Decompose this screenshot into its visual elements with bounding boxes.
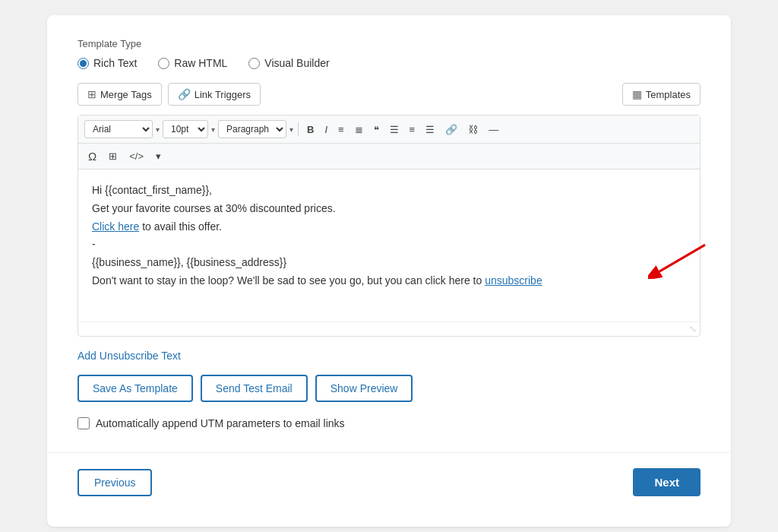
merge-tags-icon: ⊞ [87,88,96,100]
align-center-button[interactable]: ≡ [406,122,419,138]
bottom-navigation: Previous Next [77,468,701,496]
editor-wrapper: Arial ▾ 10pt ▾ Paragraph ▾ B I ≡ ≣ ❝ ☰ ≡… [77,115,701,337]
unsubscribe-line: Don't want to stay in the loop? We'll be… [92,272,686,290]
add-unsubscribe-section: Add Unsubscribe Text [77,349,701,363]
resize-icon: ⤡ [689,324,697,334]
toolbar-row: ⊞ Merge Tags 🔗 Link Triggers ▦ Templates [77,83,701,106]
utm-checkbox-row: Automatically append UTM parameters to e… [77,417,701,429]
red-arrow-annotation [648,241,709,285]
next-button[interactable]: Next [633,468,701,496]
ordered-list-button[interactable]: ≣ [351,122,367,138]
greeting-line: Hi {{contact_first_name}}, [92,182,686,200]
separator-1 [298,122,299,136]
dash-line: - [92,236,686,254]
click-here-link[interactable]: Click here [92,220,139,233]
format-bar-1: Arial ▾ 10pt ▾ Paragraph ▾ B I ≡ ≣ ❝ ☰ ≡… [78,116,700,144]
section-divider [47,452,731,453]
link-icon: 🔗 [178,88,191,100]
utm-checkbox-label: Automatically append UTM parameters to e… [96,417,345,429]
click-here-line: Click here to avail this offer. [92,218,686,236]
radio-rich-text[interactable]: Rich Text [77,57,137,69]
template-type-radio-group: Rich Text Raw HTML Visual Builder [77,57,701,69]
font-family-select[interactable]: Arial [84,120,153,138]
action-buttons-group: Save As Template Send Test Email Show Pr… [77,375,701,402]
font-chevron-icon: ▾ [156,125,160,134]
link-button[interactable]: 🔗 [441,122,461,138]
signature-line: {{business_name}}, {{business_address}} [92,254,686,272]
special-char-button[interactable]: Ω [84,147,100,165]
table-button[interactable]: ⊞ [105,148,121,164]
body1-line: Get your favorite courses at 30% discoun… [92,200,686,218]
horizontal-rule-button[interactable]: ― [485,122,502,138]
add-unsubscribe-link[interactable]: Add Unsubscribe Text [77,350,181,362]
italic-button[interactable]: I [321,122,331,138]
code-button[interactable]: </> [125,148,147,164]
toolbar-left: ⊞ Merge Tags 🔗 Link Triggers [77,83,261,106]
unsubscribe-link[interactable]: unsubscribe [485,274,542,287]
more-button[interactable]: ▾ [152,148,165,164]
template-type-label: Template Type [77,38,701,49]
radio-raw-html[interactable]: Raw HTML [158,57,227,69]
template-type-section: Template Type Rich Text Raw HTML Visual … [77,38,701,69]
toolbar-right: ▦ Templates [622,83,701,106]
main-card: Template Type Rich Text Raw HTML Visual … [47,15,731,527]
unordered-list-button[interactable]: ≡ [334,122,348,138]
style-chevron-icon: ▾ [289,125,293,134]
unlink-button[interactable]: ⛓ [464,122,482,138]
align-right-button[interactable]: ☰ [422,122,438,138]
font-size-select[interactable]: 10pt [163,120,208,138]
format-bar-2: Ω ⊞ </> ▾ [78,144,700,169]
align-left-button[interactable]: ☰ [386,122,403,138]
paragraph-style-select[interactable]: Paragraph [218,120,286,138]
merge-tags-button[interactable]: ⊞ Merge Tags [77,83,162,106]
save-as-template-button[interactable]: Save As Template [77,375,193,402]
size-chevron-icon: ▾ [211,125,215,134]
send-test-email-button[interactable]: Send Test Email [201,375,308,402]
radio-visual-builder[interactable]: Visual Builder [248,57,329,69]
blockquote-button[interactable]: ❝ [370,122,383,138]
bold-button[interactable]: B [303,122,318,138]
previous-button[interactable]: Previous [77,469,152,496]
utm-checkbox[interactable] [77,417,90,429]
templates-icon: ▦ [632,88,642,100]
link-triggers-button[interactable]: 🔗 Link Triggers [168,83,261,106]
show-preview-button[interactable]: Show Preview [315,375,413,402]
resize-handle[interactable]: ⤡ [78,321,700,336]
svg-line-1 [659,245,705,271]
editor-content[interactable]: Hi {{contact_first_name}}, Get your favo… [78,169,700,321]
templates-button[interactable]: ▦ Templates [622,83,701,106]
